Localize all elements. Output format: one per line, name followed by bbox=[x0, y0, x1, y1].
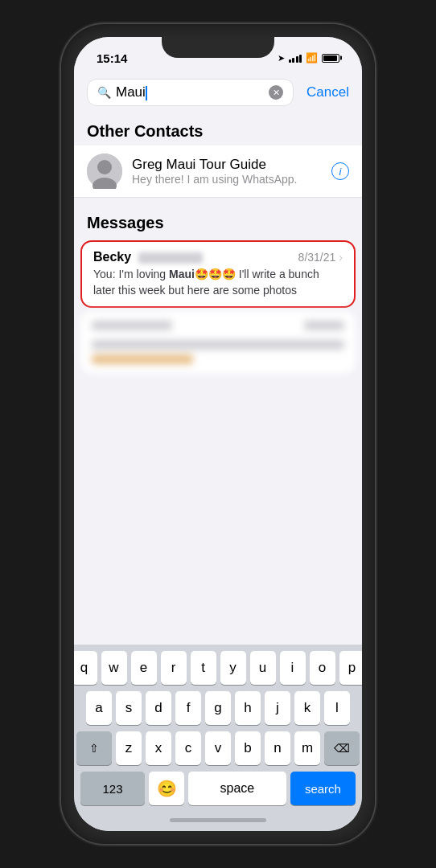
search-clear-button[interactable]: ✕ bbox=[269, 85, 283, 100]
keyboard: q w e r t y u i o p a s d f g h j k bbox=[74, 645, 362, 809]
status-time: 15:14 bbox=[97, 51, 127, 65]
battery-fill bbox=[323, 55, 337, 61]
key-a[interactable]: a bbox=[86, 691, 112, 725]
message-header: Becky 8/31/21 › bbox=[93, 250, 343, 264]
messages-header: Messages bbox=[74, 204, 362, 237]
status-icons: ➤ 📶 bbox=[278, 52, 340, 63]
contact-row[interactable]: Greg Maui Tour Guide Hey there! I am usi… bbox=[74, 145, 362, 198]
key-t[interactable]: t bbox=[191, 651, 216, 685]
key-f[interactable]: f bbox=[175, 691, 201, 725]
messages-section: Messages Becky 8/31/21 › Yo bbox=[74, 204, 362, 374]
key-i[interactable]: i bbox=[280, 651, 306, 685]
search-key[interactable]: search bbox=[290, 772, 356, 805]
keyboard-row-2: a s d f g h j k l bbox=[77, 691, 359, 725]
content-area: Other Contacts Greg Maui Tour Guide Hey … bbox=[74, 113, 362, 645]
key-w[interactable]: w bbox=[101, 651, 127, 685]
message-sender: Becky bbox=[93, 250, 131, 264]
key-x[interactable]: x bbox=[146, 731, 171, 765]
preview-before: You: I'm loving bbox=[93, 268, 169, 280]
key-q[interactable]: q bbox=[74, 651, 97, 685]
key-u[interactable]: u bbox=[250, 651, 276, 685]
phone-screen: 15:14 ➤ 📶 🔍 bbox=[74, 37, 362, 831]
key-o[interactable]: o bbox=[310, 651, 335, 685]
keyboard-row-1: q w e r t y u i o p bbox=[77, 651, 359, 685]
blur-preview-1 bbox=[92, 340, 344, 350]
cursor bbox=[146, 86, 147, 100]
key-r[interactable]: r bbox=[161, 651, 187, 685]
key-h[interactable]: h bbox=[235, 691, 261, 725]
cancel-button[interactable]: Cancel bbox=[300, 84, 349, 100]
contact-info: Greg Maui Tour Guide Hey there! I am usi… bbox=[132, 157, 322, 186]
key-p[interactable]: p bbox=[339, 651, 363, 685]
home-bar bbox=[170, 818, 266, 822]
key-c[interactable]: c bbox=[175, 731, 201, 765]
key-j[interactable]: j bbox=[265, 691, 290, 725]
location-icon: ➤ bbox=[278, 53, 285, 63]
wifi-icon: 📶 bbox=[306, 52, 318, 63]
blur-preview-2 bbox=[92, 354, 193, 364]
key-e[interactable]: e bbox=[131, 651, 157, 685]
other-contacts-header: Other Contacts bbox=[74, 113, 362, 145]
notch bbox=[162, 37, 274, 58]
key-b[interactable]: b bbox=[235, 731, 261, 765]
sender-blur bbox=[138, 252, 203, 264]
key-n[interactable]: n bbox=[265, 731, 290, 765]
space-key[interactable]: space bbox=[188, 772, 286, 805]
message-date: 8/31/21 bbox=[298, 251, 336, 264]
emoji-key[interactable]: 😊 bbox=[149, 772, 184, 805]
key-l[interactable]: l bbox=[324, 691, 350, 725]
shift-key[interactable]: ⇧ bbox=[76, 731, 112, 765]
contact-name: Greg Maui Tour Guide bbox=[132, 157, 322, 173]
numbers-key[interactable]: 123 bbox=[80, 772, 145, 805]
highlighted-message-row[interactable]: Becky 8/31/21 › You: I'm loving Maui🤩🤩🤩 … bbox=[80, 240, 356, 308]
key-k[interactable]: k bbox=[294, 691, 320, 725]
avatar-svg bbox=[87, 154, 122, 189]
chevron-right-icon: › bbox=[339, 251, 343, 264]
message-sender-container: Becky bbox=[93, 250, 203, 264]
blur-date-1 bbox=[304, 321, 344, 330]
key-g[interactable]: g bbox=[205, 691, 231, 725]
search-query-text: Maui bbox=[116, 84, 146, 100]
phone-frame: 15:14 ➤ 📶 🔍 bbox=[61, 24, 375, 844]
key-s[interactable]: s bbox=[116, 691, 142, 725]
key-m[interactable]: m bbox=[294, 731, 320, 765]
search-bar[interactable]: 🔍 Maui ✕ bbox=[87, 79, 294, 106]
blur-header-1 bbox=[92, 321, 344, 335]
search-bar-container: 🔍 Maui ✕ Cancel bbox=[74, 72, 362, 113]
delete-key[interactable]: ⌫ bbox=[324, 731, 360, 765]
key-d[interactable]: d bbox=[146, 691, 171, 725]
search-input[interactable]: Maui bbox=[116, 84, 264, 100]
avatar bbox=[87, 154, 122, 189]
signal-bar-1 bbox=[289, 59, 291, 63]
svg-point-1 bbox=[97, 160, 112, 174]
preview-emoji: 🤩🤩🤩 bbox=[195, 268, 236, 280]
battery-icon bbox=[322, 54, 339, 63]
search-icon: 🔍 bbox=[97, 86, 111, 99]
key-z[interactable]: z bbox=[116, 731, 142, 765]
blur-name-1 bbox=[92, 321, 172, 330]
contact-subtitle: Hey there! I am using WhatsApp. bbox=[132, 173, 322, 186]
key-v[interactable]: v bbox=[205, 731, 231, 765]
signal-bar-2 bbox=[292, 58, 294, 63]
message-preview: You: I'm loving Maui🤩🤩🤩 I'll write a bun… bbox=[93, 267, 343, 298]
signal-bar-4 bbox=[299, 55, 302, 63]
home-indicator bbox=[74, 809, 362, 831]
keyboard-row-4: 123 😊 space search bbox=[77, 772, 359, 805]
info-button[interactable]: i bbox=[331, 162, 349, 180]
signal-bars bbox=[289, 53, 302, 63]
message-date-container: 8/31/21 › bbox=[298, 251, 343, 264]
preview-bold: Maui bbox=[169, 268, 195, 280]
signal-bar-3 bbox=[296, 56, 298, 63]
keyboard-row-3: ⇧ z x c v b n m ⌫ bbox=[77, 731, 359, 765]
key-y[interactable]: y bbox=[220, 651, 246, 685]
blurred-message-row-1 bbox=[80, 311, 356, 374]
